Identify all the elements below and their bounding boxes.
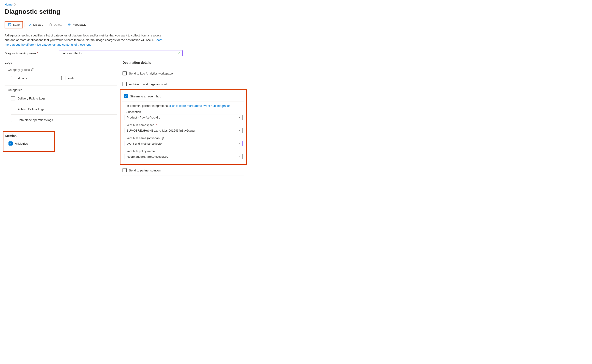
main-columns: Logs Category groups i allLogs audit Cat… [5, 61, 587, 176]
page-title-row: Diagnostic setting ··· [5, 8, 587, 15]
namespace-select[interactable]: SUMOBREvtHubNSazure-labs-0015434p3ay2szp… [125, 128, 243, 133]
more-icon[interactable]: ··· [65, 10, 68, 13]
description-text: A diagnostic setting specifies a list of… [5, 33, 167, 47]
categories-label: Categories [5, 88, 117, 92]
metrics-section: Metrics AllMetrics [5, 131, 117, 152]
category-groups-label: Category groups i [5, 68, 117, 72]
svg-rect-1 [9, 23, 11, 24]
event-hub-checkbox[interactable] [124, 94, 128, 98]
policy-label: Event hub policy name [125, 150, 243, 153]
svg-rect-5 [50, 24, 51, 26]
alllogs-checkbox[interactable] [11, 76, 15, 80]
subscription-select-wrap: Product - Pay-As-You-Go [125, 115, 243, 120]
eh-name-label: Event hub name (optional) i [125, 136, 243, 140]
storage-checkbox[interactable] [123, 82, 127, 86]
allmetrics-row: AllMetrics [3, 140, 52, 147]
close-icon [28, 23, 32, 26]
save-icon [8, 23, 12, 26]
audit-checkbox[interactable] [61, 76, 65, 80]
audit-row: audit [61, 74, 74, 82]
feedback-icon [68, 23, 71, 26]
info-icon[interactable]: i [31, 68, 34, 71]
category-publish-failure: Publish Failure Logs [11, 104, 117, 115]
breadcrumb: Home ❯ [5, 3, 587, 6]
chevron-down-icon [238, 116, 241, 119]
category-groups-row: allLogs audit [5, 74, 117, 85]
category-delivery-failure: Delivery Failure Logs [11, 93, 117, 104]
eh-name-select-wrap: event-grid-metrics-collector [125, 141, 243, 146]
category-data-plane: Data plane operations logs [11, 115, 117, 125]
alllogs-row: allLogs [11, 74, 27, 82]
chevron-down-icon [238, 155, 241, 158]
logs-column: Logs Category groups i allLogs audit Cat… [5, 61, 117, 152]
partner-checkbox[interactable] [123, 168, 127, 172]
trash-icon [49, 23, 52, 26]
namespace-label: Event hub namespace* [125, 123, 243, 127]
page-title: Diagnostic setting [5, 8, 60, 15]
svg-rect-2 [9, 25, 11, 26]
dest-partner: Send to partner solution [123, 165, 244, 176]
info-icon[interactable]: i [161, 136, 164, 140]
eventhub-highlight-box: Stream to an event hub For potential par… [120, 89, 247, 165]
toolbar: Save Discard Delete Feedback [5, 21, 587, 30]
eh-name-select[interactable]: event-grid-metrics-collector [125, 141, 243, 146]
namespace-select-wrap: SUMOBREvtHubNSazure-labs-0015434p3ay2szp… [125, 128, 243, 133]
chevron-down-icon [238, 142, 241, 145]
log-analytics-checkbox[interactable] [123, 71, 127, 75]
delete-button: Delete [47, 22, 65, 27]
delivery-failure-checkbox[interactable] [11, 96, 15, 100]
categories-list: Delivery Failure Logs Publish Failure Lo… [5, 93, 117, 125]
metrics-heading: Metrics [3, 134, 52, 138]
logs-heading: Logs [5, 61, 117, 65]
policy-select-wrap: RootManageSharedAccessKey [125, 154, 243, 159]
feedback-button[interactable]: Feedback [65, 22, 88, 27]
subscription-label: Subscription [125, 110, 243, 114]
discard-button[interactable]: Discard [26, 22, 46, 27]
toolbar-divider [25, 22, 25, 27]
publish-failure-checkbox[interactable] [11, 107, 15, 111]
eh-intro-text: For potential partner integrations, clic… [125, 104, 243, 108]
chevron-down-icon [238, 129, 241, 132]
breadcrumb-home[interactable]: Home [5, 3, 13, 6]
dest-log-analytics: Send to Log Analytics workspace [123, 68, 244, 79]
save-button[interactable]: Save [6, 22, 22, 27]
required-marker: * [37, 52, 38, 55]
chevron-right-icon: ❯ [14, 3, 16, 6]
policy-select[interactable]: RootManageSharedAccessKey [125, 154, 243, 159]
eh-learn-more-link[interactable]: click to learn more about event hub inte… [169, 104, 231, 108]
data-plane-checkbox[interactable] [11, 118, 15, 122]
save-highlight-box: Save [5, 21, 23, 28]
svg-point-8 [68, 24, 70, 25]
valid-checkmark-icon [178, 51, 181, 55]
metrics-highlight-box: Metrics AllMetrics [3, 131, 55, 152]
destinations-heading: Destination details [123, 61, 244, 65]
name-label: Diagnostic setting name* [5, 52, 38, 55]
subscription-select[interactable]: Product - Pay-As-You-Go [125, 115, 243, 120]
dest-event-hub: Stream to an event hub [122, 91, 244, 102]
destinations-column: Destination details Send to Log Analytic… [123, 61, 244, 176]
event-hub-detail: For potential partner integrations, clic… [122, 102, 244, 163]
dest-storage: Archive to a storage account [123, 79, 244, 89]
name-row: Diagnostic setting name* [5, 50, 587, 56]
setting-name-input[interactable] [59, 50, 183, 56]
allmetrics-checkbox[interactable] [8, 141, 13, 146]
